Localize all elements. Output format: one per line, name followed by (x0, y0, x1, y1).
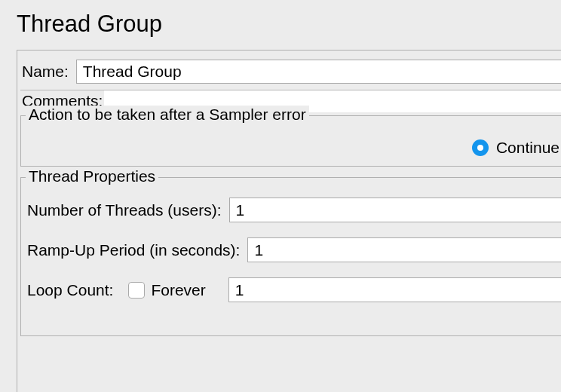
thread-group-panel: Thread Group Name: Comments: Action to b… (0, 0, 561, 392)
loop-count-input[interactable] (228, 277, 561, 302)
ramp-up-input[interactable] (247, 237, 561, 262)
continue-radio-label: Continue (496, 139, 561, 157)
loop-count-label: Loop Count: (27, 281, 113, 299)
continue-radio[interactable] (472, 139, 489, 156)
continue-radio-row: Continue (21, 139, 561, 157)
num-threads-label: Number of Threads (users): (27, 201, 222, 219)
name-input[interactable] (76, 60, 561, 84)
num-threads-row: Number of Threads (users): (21, 196, 561, 225)
thread-properties-fieldset: Thread Properties Number of Threads (use… (20, 177, 561, 336)
loop-count-row: Loop Count: Forever (21, 276, 561, 305)
action-on-error-fieldset: Action to be taken after a Sampler error… (20, 115, 561, 167)
action-on-error-legend: Action to be taken after a Sampler error (26, 106, 309, 124)
ramp-up-label: Ramp-Up Period (in seconds): (27, 241, 240, 259)
name-label: Name: (22, 63, 69, 81)
radio-dot-icon (477, 145, 483, 151)
page-title: Thread Group (0, 0, 561, 50)
forever-label: Forever (151, 281, 205, 299)
config-panel: Name: Comments: Action to be taken after… (17, 50, 561, 392)
thread-properties-legend: Thread Properties (26, 167, 158, 185)
num-threads-input[interactable] (229, 198, 561, 222)
ramp-up-row: Ramp-Up Period (in seconds): (21, 236, 561, 265)
forever-checkbox[interactable] (128, 282, 145, 299)
name-row: Name: (17, 57, 561, 88)
